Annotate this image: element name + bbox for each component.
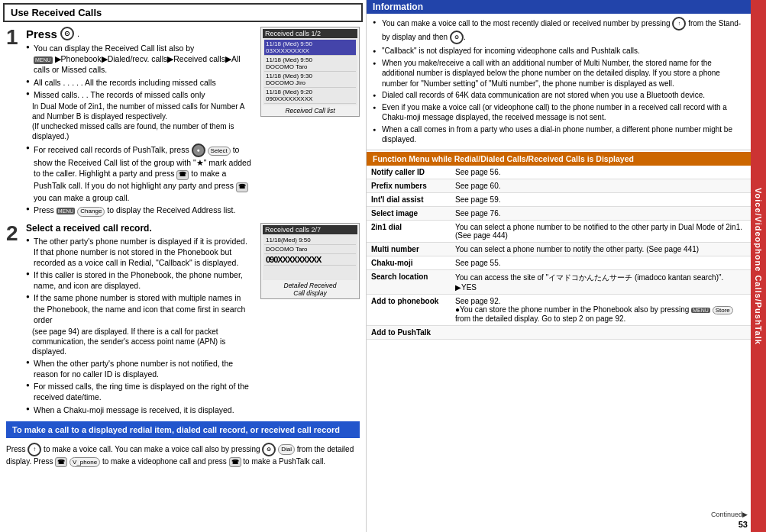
step-1-circle[interactable]: ⊙ [60, 27, 74, 40]
menu-icon-1[interactable]: MENU [34, 56, 53, 63]
screen-body-2: 11/18(Med) 9:50 DOCOMO Taro 090XXXXXXXXX [263, 234, 357, 280]
step-2-title: Select a received call record. [26, 223, 253, 234]
step-2-b3: If the same phone number is stored with … [26, 292, 253, 325]
step-1-missed-calls: Missed calls. . . The records of missed … [26, 89, 256, 100]
step-1-dual-mode2: (If unchecked missed calls are found, th… [32, 121, 256, 141]
func-row-0: Notify caller ID See page 56. [367, 166, 751, 179]
screen-title-bar-1: Received calls 1/2 [263, 29, 357, 38]
step-2-b4: When the other party's phone number is n… [26, 358, 253, 379]
info-b1: You can make a voice call to the most re… [373, 17, 745, 44]
func-desc-7: You can access the site of "イマドコかんたんサーチ … [451, 269, 751, 294]
store-menu-icon[interactable]: MENU [691, 308, 710, 313]
func-label-0: Notify caller ID [367, 166, 451, 179]
info-section-title: Information [367, 0, 751, 14]
func-row-7: Search location You can access the site … [367, 269, 751, 294]
screen-row-2: 11/18 (Med) 9:50DOCOMO Taro [264, 56, 356, 72]
section-title: Use Received Calls [3, 3, 363, 22]
change-btn[interactable]: Change [77, 207, 105, 217]
screen-name: DOCOMO Taro [264, 245, 356, 254]
screen-row-4: 11/18 (Med) 9:20090XXXXXXXXX [264, 88, 356, 104]
info-b5: Even if you make a voice call (or videop… [373, 102, 745, 123]
step-1-dual-mode: In Dual Mode of 2in1, the number of miss… [32, 102, 256, 121]
info-b4: Dialed call records of 64K data communic… [373, 90, 745, 101]
func-desc-9 [451, 325, 751, 339]
highlight-box: To make a call to a displayed redial ite… [6, 421, 360, 438]
select-btn-1[interactable]: ● [192, 143, 205, 157]
vphone-key[interactable]: ☎ [55, 457, 67, 467]
screen-time: 11/18(Med) 9:50 [264, 236, 356, 245]
func-label-8: Add to phonebook [367, 294, 451, 325]
step-1-bullets-2: For received call records of PushTalk, p… [26, 143, 256, 217]
step-1-content: Press ⊙ . You can display the Received C… [26, 27, 360, 218]
call-btn[interactable]: ⊙ [450, 31, 464, 44]
info-b3: When you make/receive a call with an add… [373, 58, 745, 89]
screen-caption-1: Received Call list [263, 107, 357, 114]
func-row-4: 2in1 dial You can select a phone number … [367, 220, 751, 242]
step-2-b5: For missed calls, the ring time is displ… [26, 381, 253, 402]
screen-number-big: 090XXXXXXXXX [264, 254, 356, 266]
dial-btn[interactable]: ⊙ [262, 443, 276, 456]
func-label-4: 2in1 dial [367, 220, 451, 242]
func-row-9: Add to PushTalk [367, 325, 751, 339]
continued-text: Continued▶ [711, 511, 748, 518]
info-b6: When a call comes in from a party who us… [373, 124, 745, 145]
vphone-label[interactable]: V_phone [69, 457, 100, 467]
func-label-9: Add to PushTalk [367, 325, 451, 339]
func-row-3: Select image See page 76. [367, 206, 751, 220]
func-row-2: Int'l dial assist See page 59. [367, 192, 751, 206]
func-desc-8: See page 92. ●You can store the phone nu… [451, 294, 751, 325]
step-1-number: 1 [6, 27, 21, 218]
function-menu-title: Function Menu while Redial/Dialed Calls/… [367, 152, 751, 166]
select-label[interactable]: Select [208, 147, 231, 156]
push-key[interactable]: ☎ [229, 457, 241, 467]
step-1: 1 Press ⊙ . You can display the Received… [6, 27, 360, 218]
info-bullets-list: You can make a voice call to the most re… [373, 17, 745, 145]
step-2-b2: If this caller is stored in the Phoneboo… [26, 269, 253, 291]
func-desc-2: See page 59. [451, 192, 751, 206]
key-icon-1[interactable]: ☎ [176, 170, 189, 180]
voice-btn[interactable]: ↑ [27, 443, 41, 456]
screen-title-bar-2: Received calls 2/7 [263, 225, 357, 234]
info-b2: "Callback" is not displayed for incoming… [373, 46, 745, 56]
step-1-change: Press MENU Change to display the Receive… [26, 205, 256, 217]
step-2-screen: Received calls 2/7 11/18(Med) 9:50 DOCOM… [260, 223, 360, 299]
step-1-bullets: You can display the Received Call list a… [26, 43, 256, 100]
menu-icon-2[interactable]: MENU [57, 208, 76, 214]
func-label-5: Multi number [367, 242, 451, 256]
step-2-extra: (see page 94) are displayed. If there is… [32, 327, 253, 356]
page-number: 53 [739, 520, 748, 529]
func-row-1: Prefix numbers See page 60. [367, 179, 751, 192]
side-tab: Voice/Videophone Calls/PushTalk [751, 0, 766, 532]
standby-btn[interactable]: ↑ [672, 17, 686, 31]
func-desc-3: See page 76. [451, 206, 751, 220]
step-1-all-calls: All calls . . . . . All the records incl… [26, 77, 256, 88]
right-panel: Information You can make a voice call to… [367, 0, 766, 532]
func-label-1: Prefix numbers [367, 179, 451, 192]
func-desc-0: See page 56. [451, 166, 751, 179]
step-2-number: 2 [6, 223, 21, 417]
func-label-2: Int'l dial assist [367, 192, 451, 206]
func-row-6: Chaku-moji See page 55. [367, 256, 751, 269]
step-1-text-block: Press ⊙ . You can display the Received C… [26, 27, 256, 218]
step-1-bullet-1: You can display the Received Call list a… [26, 43, 256, 76]
func-row-5: Multi number You can select a phone numb… [367, 242, 751, 256]
step-1-period: . [77, 29, 79, 38]
key-icon-2[interactable]: ☎ [236, 182, 248, 192]
func-desc-6: See page 55. [451, 256, 751, 269]
step-1-pushtalk: For received call records of PushTalk, p… [26, 143, 256, 203]
step-2: 2 Select a received call record. The oth… [6, 223, 360, 417]
step-2-text-block: Select a received call record. The other… [26, 223, 253, 417]
step-2-b1: The other party's phone number is displa… [26, 236, 253, 269]
dial-label[interactable]: Dial [278, 444, 295, 454]
screen-caption-2: Detailed Received Call display [263, 282, 357, 297]
func-desc-4: You can select a phone number to be noti… [451, 220, 751, 242]
screen-body-1: 11/18 (Med) 9:5003XXXXXXXXX 11/18 (Med) … [263, 38, 357, 105]
step-1-press: Press [26, 27, 57, 40]
store-btn[interactable]: Store [713, 306, 733, 314]
right-panel-inner: Information You can make a voice call to… [367, 0, 751, 532]
info-content: You can make a voice call to the most re… [367, 14, 751, 150]
step-2-bullets-2: When the other party's phone number is n… [26, 358, 253, 415]
func-label-7: Search location [367, 269, 451, 294]
left-content: 1 Press ⊙ . You can display the Received… [0, 24, 366, 532]
step-2-header: Select a received call record. The other… [26, 223, 360, 417]
